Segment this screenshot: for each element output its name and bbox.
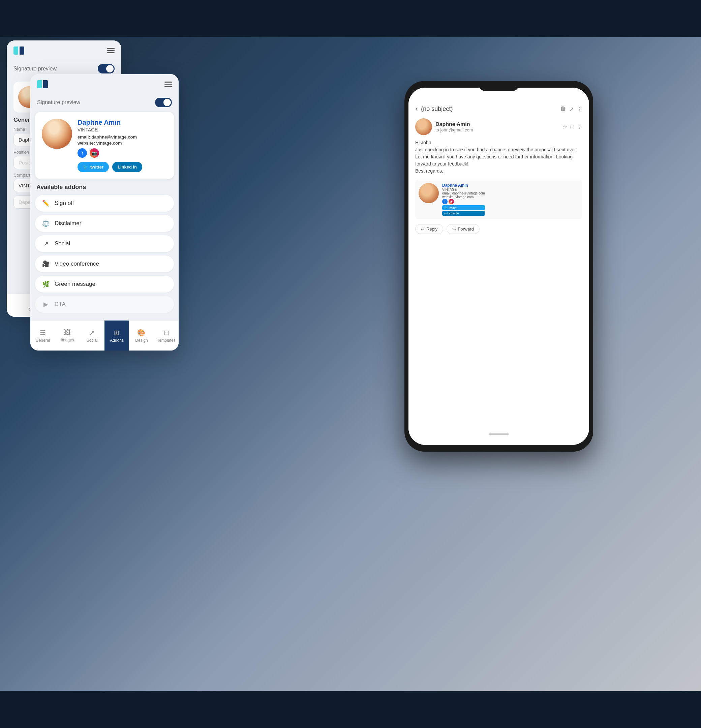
front-panel-topbar	[30, 74, 179, 94]
sig-card-details: Daphne Amin VINTAGE email: daphne@vintag…	[78, 118, 167, 172]
reply-button[interactable]: ↩ Reply	[415, 224, 443, 234]
archive-icon[interactable]: 🗑	[561, 106, 566, 112]
back-toggle[interactable]	[98, 64, 114, 74]
more-actions-icon[interactable]: ⋮	[577, 124, 582, 130]
back-panel-topbar	[7, 40, 121, 61]
email-ui: ‹ (no subject) 🗑 ↗ ⋮ Daphne Amin to john…	[409, 88, 589, 445]
phone-area: ‹ (no subject) 🗑 ↗ ⋮ Daphne Amin to john…	[371, 54, 674, 526]
signature-card: Daphne Amin VINTAGE email: daphne@vintag…	[35, 112, 174, 179]
front-sig-preview-bar: Signature preview	[30, 94, 179, 112]
addon-social[interactable]: ↗ Social	[35, 235, 174, 252]
video-icon: 🎥	[42, 260, 50, 267]
email-sig-website: website: vintage.com	[442, 195, 485, 199]
linkedin-btn-label: Linked in	[118, 165, 137, 169]
twitter-btn-label: twitter	[90, 165, 104, 169]
sender-avatar	[415, 118, 432, 135]
reply-icon: ↩	[421, 227, 425, 231]
front-menu-icon[interactable]	[165, 82, 172, 87]
nav-images-label: Images	[61, 338, 74, 342]
email-greeting: Hi John,	[415, 139, 582, 146]
home-indicator	[489, 433, 509, 435]
email-instagram-icon: ◉	[448, 199, 454, 204]
back-menu-icon[interactable]	[107, 48, 114, 53]
back-panel-logo	[13, 46, 24, 55]
email-facebook-icon: f	[442, 199, 448, 204]
front-logo-right	[43, 80, 48, 88]
sig-card-avatar	[42, 118, 72, 149]
front-toggle[interactable]	[155, 98, 172, 107]
email-body: Hi John, Just checking in to see if you …	[415, 139, 582, 175]
nav-social[interactable]: ↗ Social	[80, 321, 104, 351]
disclaimer-label: Disclaimer	[55, 220, 81, 227]
signoff-label: Sign off	[55, 200, 74, 207]
email-subject: (no subject)	[421, 105, 557, 113]
email-value: daphne@vintage.com	[91, 134, 137, 140]
forward-button[interactable]: ↪ Forward	[447, 224, 480, 234]
nav-general-icon: ☰	[40, 329, 46, 337]
reply-quick-icon[interactable]: ↩	[570, 124, 574, 130]
signoff-icon: ✏️	[42, 199, 50, 207]
share-icon[interactable]: ↗	[569, 106, 574, 112]
nav-social-label: Social	[87, 338, 98, 343]
email-signature-section: Daphne Amin VINTAGE email: daphne@vintag…	[415, 180, 582, 219]
addon-cta[interactable]: ▶ CTA	[35, 296, 174, 313]
front-panel: Signature preview Daphne Amin VINTAGE em…	[30, 74, 179, 351]
front-panel-logo	[37, 80, 48, 88]
email-action-icons: ☆ ↩ ⋮	[562, 124, 582, 130]
nav-images[interactable]: 🖼 Images	[55, 321, 79, 351]
sig-card-name: Daphne Amin	[78, 118, 167, 126]
cta-icon: ▶	[42, 300, 50, 308]
email-sig-email: email: daphne@vintage.com	[442, 191, 485, 195]
cta-label: CTA	[55, 301, 66, 308]
email-reply-btns: ↩ Reply ↪ Forward	[415, 224, 582, 234]
twitter-button[interactable]: 🐦 twitter	[78, 162, 109, 172]
email-twitter-icon: 🐦	[444, 206, 448, 209]
nav-templates[interactable]: ⊟ Templates	[154, 321, 179, 351]
addon-video-conference[interactable]: 🎥 Video conference	[35, 256, 174, 272]
nav-design[interactable]: 🎨 Design	[129, 321, 154, 351]
back-button[interactable]: ‹	[415, 104, 418, 113]
video-label: Video conference	[55, 260, 99, 267]
sig-card-buttons: 🐦 twitter Linked in	[78, 162, 167, 172]
sig-card-content: Daphne Amin VINTAGE email: daphne@vintag…	[42, 118, 167, 172]
nav-general[interactable]: ☰ General	[30, 321, 55, 351]
addon-signoff[interactable]: ✏️ Sign off	[35, 195, 174, 212]
nav-addons-icon: ⊞	[114, 329, 120, 337]
nav-addons[interactable]: ⊞ Addons	[104, 321, 129, 351]
top-bar	[0, 0, 701, 37]
sig-card-email: email: daphne@vintage.com	[78, 134, 167, 140]
nav-social-icon: ↗	[89, 329, 95, 337]
nav-templates-label: Templates	[157, 338, 176, 343]
star-icon[interactable]: ☆	[562, 124, 567, 130]
logo-right	[20, 46, 24, 55]
sig-avatar-image	[42, 118, 72, 149]
addon-disclaimer[interactable]: ⚖️ Disclaimer	[35, 215, 174, 232]
website-value: vintage.com	[96, 140, 122, 146]
instagram-icon[interactable]: 📷	[90, 148, 99, 158]
email-text: Just checking in to see if you had a cha…	[415, 146, 582, 168]
nav-images-icon: 🖼	[64, 329, 71, 337]
social-icon: ↗	[42, 240, 50, 247]
sig-card-social-icons: f 📷	[78, 148, 167, 158]
facebook-icon[interactable]: f	[78, 148, 87, 158]
email-sig-name: Daphne Amin	[442, 183, 485, 188]
phone-device: ‹ (no subject) 🗑 ↗ ⋮ Daphne Amin to john…	[405, 81, 593, 452]
nav-design-icon: 🎨	[137, 329, 146, 337]
addon-green-message[interactable]: 🌿 Green message	[35, 276, 174, 293]
sig-card-company: VINTAGE	[78, 127, 167, 133]
sender-to: to john@gmail.com	[435, 127, 559, 133]
more-icon[interactable]: ⋮	[577, 106, 582, 112]
email-sig-info: Daphne Amin VINTAGE email: daphne@vintag…	[442, 183, 485, 216]
sender-avatar-image	[415, 118, 432, 135]
front-sig-preview-label: Signature preview	[37, 100, 80, 105]
nav-design-label: Design	[135, 338, 147, 343]
linkedin-button[interactable]: Linked in	[112, 162, 142, 172]
bottom-bar	[0, 691, 701, 728]
email-regards: Best regards,	[415, 168, 582, 175]
logo-left	[13, 46, 18, 55]
email-twitter-btn: 🐦 twitter	[442, 205, 485, 210]
email-sig-avatar	[419, 183, 439, 203]
phone-screen: ‹ (no subject) 🗑 ↗ ⋮ Daphne Amin to john…	[409, 88, 589, 445]
sender-name: Daphne Amin	[435, 121, 559, 127]
email-sig-company: VINTAGE	[442, 188, 485, 191]
